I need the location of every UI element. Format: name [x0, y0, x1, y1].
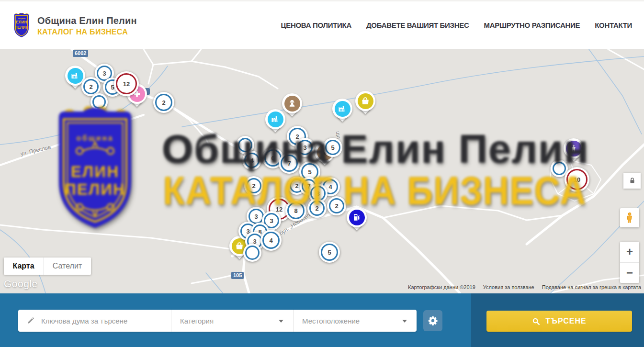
factory-icon — [335, 101, 350, 117]
header: ЕЛИН ПЕЛИН община Община Елин Пелин КАТА… — [0, 0, 644, 49]
map-attribution: Картографски данни ©2019 Условия за полз… — [408, 284, 641, 290]
zoom-out-button[interactable]: − — [620, 263, 639, 283]
cluster-marker[interactable]: 12 — [114, 71, 139, 96]
location-select[interactable]: Местоположение — [293, 310, 417, 332]
cluster-marker[interactable]: 3 — [295, 138, 315, 157]
cluster-marker[interactable]: 7 — [279, 153, 300, 174]
search-icon — [532, 317, 540, 325]
factory-icon — [68, 68, 83, 84]
church-icon — [566, 141, 582, 157]
attribution-map-data: Картографски данни ©2019 — [408, 284, 475, 290]
location-select-value: Местоположение — [302, 317, 360, 325]
chevron-down-icon — [279, 320, 283, 323]
map-type-map-button[interactable]: Карта — [4, 257, 43, 275]
main-nav: ЦЕНОВА ПОЛИТИКАДОБАВЕТЕ ВАШИЯТ БИЗНЕСМАР… — [281, 1, 632, 49]
keyword-input[interactable] — [40, 316, 157, 325]
cluster-marker[interactable]: 8 — [285, 200, 306, 221]
map-canvas[interactable]: ул. Преславбул. „Новоселщи6002105 325122… — [0, 49, 644, 293]
cluster-marker[interactable]: 10 — [565, 167, 589, 192]
gear-icon — [428, 315, 438, 326]
factory-icon — [268, 112, 283, 127]
site-subtitle: КАТАЛОГ НА БИЗНЕСА — [37, 28, 137, 36]
nav-item-3[interactable]: МАРШРУТНО РАЗПИСАНИЕ — [484, 21, 580, 29]
pencil-icon — [27, 317, 34, 325]
svg-text:ЕЛИН: ЕЛИН — [16, 20, 27, 24]
lock-icon — [629, 177, 636, 184]
worker-icon — [284, 96, 300, 112]
cluster-marker[interactable]: 5 — [323, 138, 342, 157]
search-bar: Категория Местоположение — [18, 310, 417, 332]
svg-text:ПЕЛИН: ПЕЛИН — [14, 25, 28, 30]
search-panel: Категория Местоположение ТЪРСЕНЕ — [0, 293, 644, 347]
nav-item-4[interactable]: КОНТАКТИ — [595, 21, 632, 29]
pegman-icon — [624, 212, 635, 224]
site-logo[interactable]: ЕЛИН ПЕЛИН община Община Елин Пелин КАТА… — [11, 11, 137, 40]
fuel-pump-icon — [349, 210, 365, 225]
advanced-settings-button[interactable] — [423, 310, 442, 331]
attribution-report-link[interactable]: Подаване на сигнал за грешка в картата — [542, 284, 641, 290]
pegman-button[interactable] — [620, 208, 639, 227]
keyword-section — [18, 310, 171, 332]
cluster-marker[interactable]: 2 — [153, 92, 174, 113]
nav-item-2[interactable]: ДОБАВЕТЕ ВАШИЯТ БИЗНЕС — [366, 21, 469, 29]
cluster-marker[interactable] — [243, 244, 261, 262]
nav-item-1[interactable]: ЦЕНОВА ПОЛИТИКА — [281, 21, 351, 29]
map-type-satellite-button[interactable]: Сателит — [43, 257, 91, 275]
lock-button[interactable] — [623, 173, 641, 189]
road-badge: 6002 — [73, 50, 88, 57]
map-type-control: Карта Сателит — [4, 257, 91, 275]
cluster-marker[interactable]: 2 — [307, 199, 327, 218]
cluster-marker[interactable]: 2 — [244, 176, 263, 195]
category-select[interactable]: Категория — [171, 310, 293, 332]
cluster-marker[interactable] — [90, 93, 108, 111]
municipality-emblem-icon: ЕЛИН ПЕЛИН община — [11, 11, 33, 40]
cluster-marker[interactable]: 4 — [242, 151, 261, 170]
zoom-in-button[interactable]: + — [620, 242, 639, 263]
chevron-down-icon — [402, 320, 407, 323]
search-button-label: ТЪРСЕНЕ — [545, 317, 586, 325]
road-badge: 105 — [231, 272, 244, 279]
google-logo: Google — [4, 278, 38, 290]
cluster-marker[interactable]: 4 — [260, 230, 282, 251]
svg-text:община: община — [18, 17, 26, 20]
zoom-control: + − — [620, 242, 639, 283]
search-button[interactable]: ТЪРСЕНЕ — [486, 311, 632, 332]
cluster-marker[interactable]: 5 — [319, 242, 340, 263]
cluster-marker[interactable]: 2 — [327, 196, 346, 215]
shopping-bag-icon — [358, 93, 373, 109]
attribution-terms-link[interactable]: Условия за ползване — [483, 284, 534, 290]
site-title: Община Елин Пелин — [37, 15, 137, 26]
category-select-value: Категория — [180, 317, 214, 325]
